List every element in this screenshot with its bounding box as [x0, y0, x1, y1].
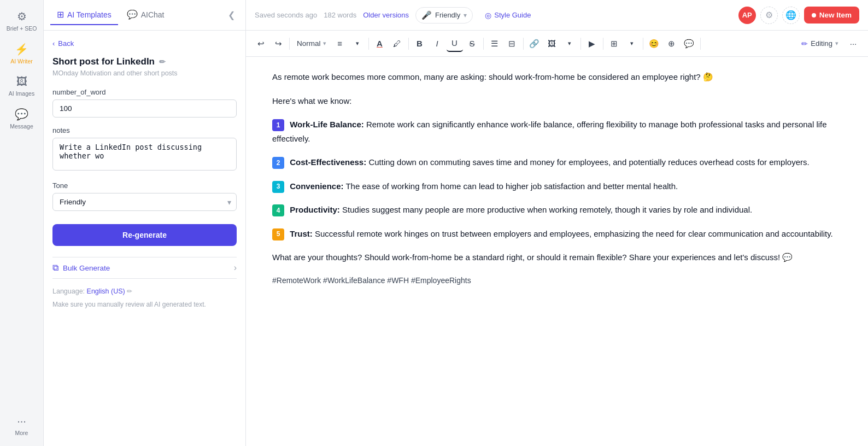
toolbar-divider-2 — [368, 38, 369, 50]
text-color-button[interactable]: A — [372, 36, 388, 52]
editor-closing: What are your thoughts? Should work-from… — [272, 250, 842, 265]
sidebar-item-more[interactable]: ··· More — [4, 410, 39, 441]
tab-ai-chat[interactable]: 💬 AIChat — [120, 5, 171, 25]
bulk-generate-button[interactable]: ⧉ Bulk Generate — [52, 263, 110, 273]
emoji-button[interactable]: 😊 — [646, 36, 662, 52]
item-text-4: Studies suggest many people are more pro… — [342, 205, 752, 214]
align-button[interactable]: ≡ — [332, 36, 348, 52]
table-button[interactable]: ⊞ — [606, 36, 623, 52]
editor-panel: Saved seconds ago 182 words Older versio… — [246, 0, 868, 446]
link-button[interactable]: 🔗 — [526, 36, 543, 52]
highlight-button[interactable]: 🖊 — [389, 36, 406, 52]
ai-templates-tab-icon: ⊞ — [57, 9, 64, 20]
more-options-button[interactable]: ··· — [845, 36, 861, 52]
back-button[interactable]: ‹ Back — [52, 39, 237, 48]
tone-chevron-icon: ▾ — [464, 11, 467, 19]
underline-button[interactable]: U — [447, 36, 463, 52]
new-item-button[interactable]: New Item — [804, 7, 859, 24]
undo-button[interactable]: ↩ — [253, 36, 269, 52]
play-button[interactable]: ▶ — [584, 36, 600, 52]
comment-button[interactable]: 💬 — [681, 36, 697, 52]
editor-subheading: Here's what we know: — [272, 94, 842, 108]
editing-mode-button[interactable]: ✏ Editing ▾ — [796, 37, 844, 51]
style-guide-button[interactable]: ◎ Style Guide — [479, 8, 536, 22]
editor-content[interactable]: As remote work becomes more common, many… — [246, 57, 868, 446]
numbered-list-button[interactable]: ⊟ — [504, 36, 520, 52]
item-text-2: Cutting down on commuting saves time and… — [368, 157, 809, 167]
language-row: Language: English (US) ✏ — [52, 287, 237, 295]
format-chevron-icon: ▾ — [323, 40, 326, 47]
item-title-5: Trust: — [290, 229, 313, 238]
editor-toolbar: ↩ ↪ Normal ▾ ≡ ▾ A 🖊 B I U S ☰ ⊟ 🔗 🖼 ▾ ▶… — [246, 31, 868, 57]
image-button[interactable]: 🖼 — [544, 36, 560, 52]
style-guide-icon: ◎ — [485, 11, 491, 20]
settings-icon: ⚙ — [765, 10, 773, 20]
language-link[interactable]: English (US) — [87, 287, 125, 295]
image-options-button[interactable]: ▾ — [561, 36, 578, 52]
edit-language-icon[interactable]: ✏ — [127, 287, 132, 295]
editing-chevron-icon: ▾ — [835, 40, 838, 47]
item-title-3: Convenience: — [290, 181, 343, 191]
list-item: 3 Convenience: The ease of working from … — [272, 179, 842, 193]
planet-icon: 🌐 — [785, 10, 796, 20]
item-title-2: Cost-Effectiveness: — [290, 157, 366, 167]
field-label-notes: notes — [52, 126, 237, 134]
sidebar-item-ai-writer[interactable]: ⚡ AI Writer — [4, 38, 39, 69]
format-select[interactable]: Normal ▾ — [292, 37, 331, 50]
list-item: 1 Work-Life Balance: Remote work can sig… — [272, 118, 842, 145]
toolbar-divider-5 — [523, 38, 524, 50]
tone-icon: 🎤 — [421, 10, 432, 20]
edit-template-title-icon[interactable]: ✏ — [159, 57, 166, 66]
bullet-list-button[interactable]: ☰ — [486, 36, 503, 52]
align-options-button[interactable]: ▾ — [349, 36, 366, 52]
ai-writer-icon: ⚡ — [15, 43, 28, 56]
more-icon: ··· — [17, 415, 26, 427]
tone-button[interactable]: 🎤 Friendly ▾ — [415, 7, 473, 24]
number-of-word-input[interactable] — [52, 99, 237, 118]
collapse-panel-button[interactable]: ❮ — [224, 8, 239, 23]
italic-button[interactable]: I — [429, 36, 445, 52]
publish-button[interactable]: 🌐 — [782, 7, 800, 24]
older-versions-button[interactable]: Older versions — [363, 11, 409, 19]
strikethrough-button[interactable]: S — [464, 36, 480, 52]
editor-hashtags: #RemoteWork #WorkLifeBalance #WFH #Emplo… — [272, 274, 842, 287]
copy-icon: ⧉ — [52, 263, 58, 273]
top-bar: Saved seconds ago 182 words Older versio… — [246, 0, 868, 31]
tabs-bar: ⊞ AI Templates 💬 AIChat ❮ — [44, 0, 245, 31]
item-badge-2: 2 — [272, 157, 284, 169]
bold-button[interactable]: B — [412, 36, 428, 52]
left-panel-content: ‹ Back Short post for LinkedIn ✏ MOnday … — [44, 31, 245, 446]
settings-button[interactable]: ⚙ — [760, 7, 778, 24]
item-text-5: Successful remote work hinges on trust b… — [315, 229, 833, 238]
list-item: 5 Trust: Successful remote work hinges o… — [272, 227, 842, 241]
sidebar-item-message[interactable]: 💬 Message — [4, 103, 39, 134]
redo-button[interactable]: ↪ — [270, 36, 286, 52]
top-bar-right: AP ⚙ 🌐 New Item — [738, 7, 859, 24]
word-count: 182 words — [324, 11, 356, 19]
toolbar-divider-7 — [603, 38, 603, 50]
bulk-generate-row: ⧉ Bulk Generate › — [52, 257, 237, 279]
item-badge-4: 4 — [272, 204, 284, 216]
editor-intro: As remote work becomes more common, many… — [272, 70, 842, 84]
item-badge-3: 3 — [272, 181, 284, 193]
sidebar-item-ai-images[interactable]: 🖼 AI Images — [4, 71, 39, 101]
icon-sidebar: ⚙ Brief + SEO ⚡ AI Writer 🖼 AI Images 💬 … — [0, 0, 44, 446]
notes-textarea[interactable]: Write a LinkedIn post discussing whether… — [52, 138, 237, 171]
left-panel: ⊞ AI Templates 💬 AIChat ❮ ‹ Back Short p… — [44, 0, 246, 446]
ai-images-icon: 🖼 — [16, 75, 27, 88]
table-options-button[interactable]: ▾ — [624, 36, 640, 52]
template-subtitle: MOnday Motivation and other short posts — [52, 69, 237, 77]
brief-seo-icon: ⚙ — [17, 10, 27, 23]
item-title-1: Work-Life Balance: — [290, 120, 364, 129]
item-title-4: Productivity: — [290, 205, 340, 214]
tone-select-wrap: Friendly Professional Casual Formal ▾ — [52, 193, 237, 211]
item-badge-1: 1 — [272, 119, 284, 131]
ai-chat-tab-icon: 💬 — [127, 9, 138, 20]
special-char-button[interactable]: ⊕ — [664, 36, 680, 52]
sidebar-item-brief-seo[interactable]: ⚙ Brief + SEO — [4, 5, 39, 36]
top-bar-left: Saved seconds ago 182 words Older versio… — [255, 7, 732, 24]
tone-select[interactable]: Friendly Professional Casual Formal — [52, 193, 237, 211]
re-generate-button[interactable]: Re-generate — [52, 224, 237, 246]
tab-ai-templates[interactable]: ⊞ AI Templates — [50, 5, 118, 25]
user-avatar: AP — [738, 7, 756, 24]
